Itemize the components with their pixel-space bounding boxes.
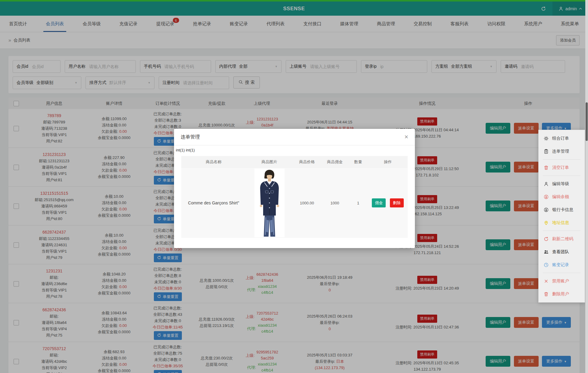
- menu-divider: [543, 273, 580, 273]
- modal-col-header: 操作: [368, 159, 408, 165]
- dropdown-item-label: 组合订单: [552, 136, 569, 141]
- dropdown-item-label: 查看团队: [552, 249, 569, 255]
- dropdown-item-label: 连单管理: [552, 149, 569, 154]
- product-name: Comme des Garçons Shirt": [181, 200, 246, 205]
- x-icon: [544, 279, 549, 284]
- menu-divider: [543, 176, 580, 176]
- clipboard-icon: [544, 149, 549, 154]
- trash-icon: [544, 165, 549, 170]
- dropdown-item-label: 编辑余额: [552, 194, 569, 200]
- dropdown-menu-item[interactable]: 编辑等级: [539, 177, 585, 190]
- yen-icon: [544, 194, 549, 199]
- modal-col-header: 商品图片: [246, 159, 293, 165]
- modal-product-table: 商品名称 商品图片 商品价格 商品佣金 数量 操作 Comme des Garç…: [181, 156, 408, 238]
- modal-col-header: 数量: [348, 159, 368, 165]
- dropdown-menu-item[interactable]: 账变记录: [539, 258, 585, 271]
- people-icon: [544, 250, 549, 254]
- dropdown-menu-item[interactable]: 刷新二维码: [539, 232, 585, 245]
- chain-order-modal: 连单管理 × int(1) int(1) 商品名称 商品图片 商品价格 商品佣金…: [174, 129, 415, 248]
- dropdown-menu-item[interactable]: 查看团队: [539, 245, 585, 258]
- dropdown-menu-item[interactable]: 地址信息: [539, 216, 585, 229]
- menu-divider: [543, 159, 580, 160]
- dropdown-menu-item[interactable]: 银行卡信息: [539, 203, 585, 216]
- dropdown-item-label: 银行卡信息: [552, 207, 573, 213]
- modal-col-header: 商品价格: [293, 159, 321, 165]
- modal-col-header: 商品名称: [181, 159, 246, 165]
- dropdown-menu-item[interactable]: 组合订单: [539, 132, 585, 145]
- dropdown-menu-item[interactable]: 删除用户: [539, 288, 585, 300]
- dropdown-menu-item[interactable]: 连单管理: [539, 145, 585, 158]
- modal-col-header: 商品佣金: [321, 159, 348, 165]
- trash-icon: [544, 292, 549, 297]
- modal-title: 连单管理: [181, 134, 200, 140]
- person-icon: [544, 182, 549, 186]
- scrollbar: [585, 0, 588, 373]
- close-icon[interactable]: ×: [404, 134, 408, 140]
- dropdown-item-label: 地址信息: [552, 220, 569, 225]
- dropdown-menu-item[interactable]: 禁用账户: [539, 275, 585, 288]
- modal-product-row: Comme des Garçons Shirt": [181, 168, 408, 238]
- more-actions-dropdown: 组合订单 连单管理 清空订单 编辑等级 编辑余额 银行卡信息 地址信息 刷新二维…: [538, 130, 585, 303]
- dropdown-item-label: 禁用账户: [552, 278, 569, 284]
- commission-button[interactable]: 佣金: [372, 198, 386, 207]
- clock-icon: [544, 263, 549, 267]
- dropdown-item-label: 刷新二维码: [552, 236, 573, 242]
- dropdown-item-label: 清空订单: [552, 165, 569, 170]
- gear-icon: [544, 136, 549, 141]
- delete-button[interactable]: 删除: [390, 198, 404, 207]
- dropdown-item-label: 账变记录: [552, 262, 569, 268]
- product-price: 1000.00: [293, 201, 321, 205]
- pin-icon: [544, 220, 549, 225]
- scrollbar-thumb[interactable]: [586, 102, 588, 141]
- menu-divider: [543, 231, 580, 231]
- yen-icon: [544, 207, 549, 212]
- product-commission: 1000: [321, 201, 348, 205]
- product-image: [254, 169, 285, 237]
- refresh-icon: [544, 237, 549, 241]
- debug-text: int(1) int(1): [176, 148, 415, 152]
- dropdown-menu-item[interactable]: 清空订单: [539, 161, 585, 174]
- dropdown-item-label: 编辑等级: [552, 181, 569, 187]
- dropdown-menu-item[interactable]: 编辑余额: [539, 190, 585, 203]
- product-qty: 1: [348, 201, 368, 205]
- dropdown-item-label: 删除用户: [552, 291, 569, 297]
